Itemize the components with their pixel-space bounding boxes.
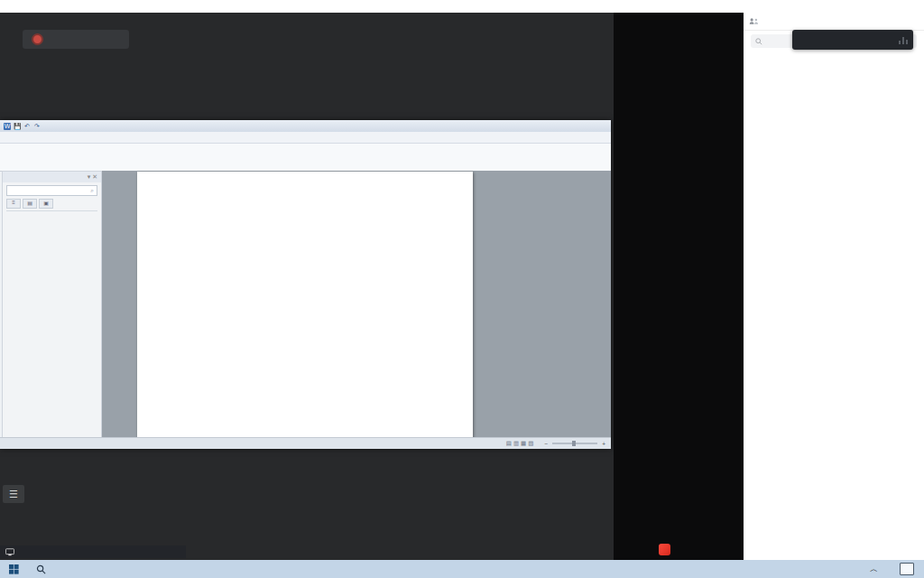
tray-expand-icon[interactable]: ︿ — [870, 564, 878, 575]
people-icon — [749, 17, 759, 25]
word-status-bar: ▤▥▦▧ − + — [0, 437, 611, 449]
zoom-out-button[interactable]: − — [544, 441, 548, 447]
members-panel-footer — [744, 533, 924, 564]
word-ribbon — [0, 144, 611, 172]
recording-dot-icon — [32, 33, 43, 45]
save-icon[interactable]: 💾 — [14, 123, 21, 130]
member-list — [744, 50, 924, 533]
meeting-window-titlebar — [0, 0, 924, 14]
members-panel — [744, 13, 924, 564]
undo-icon[interactable]: ↶ — [23, 123, 31, 130]
nav-pane-close-icon[interactable]: ▾ ✕ — [88, 173, 97, 181]
sidebar-toggle-button[interactable]: ☰ — [3, 485, 24, 503]
word-document-area — [102, 171, 611, 439]
word-ribbon-tabs — [0, 132, 611, 144]
ime-toolbar[interactable] — [655, 543, 679, 556]
screen-share-indicator — [0, 545, 186, 558]
redo-icon[interactable]: ↷ — [33, 123, 41, 130]
recording-badge — [23, 30, 129, 49]
taskbar-search-button[interactable] — [27, 560, 54, 578]
monitor-icon — [5, 548, 14, 556]
close-button[interactable] — [908, 0, 924, 13]
word-quick-access-toolbar[interactable]: W 💾 ↶ ↷ — [0, 123, 41, 130]
search-icon[interactable]: ⌕ — [90, 187, 94, 194]
zoom-slider[interactable] — [552, 443, 597, 444]
search-icon — [755, 38, 762, 45]
word-window: W 💾 ↶ ↷ ▾ ✕ ⌕ ≡ ▤ ▣ — [0, 120, 611, 449]
members-panel-header — [744, 13, 924, 31]
system-tray: ︿ — [870, 560, 924, 578]
word-navigation-pane: ▾ ✕ ⌕ ≡ ▤ ▣ — [2, 171, 102, 439]
minimize-button[interactable] — [875, 0, 892, 13]
nav-tab-results[interactable]: ▣ — [39, 199, 53, 209]
action-center-icon[interactable] — [900, 563, 914, 575]
taskbar: ︿ — [0, 560, 924, 578]
word-logo-icon: W — [4, 123, 11, 130]
start-button[interactable] — [0, 560, 27, 578]
word-titlebar[interactable]: W 💾 ↶ ↷ — [0, 120, 611, 132]
document-page[interactable] — [137, 172, 473, 439]
speaking-toast — [792, 30, 913, 50]
sogou-ime-icon[interactable] — [659, 544, 670, 555]
nav-tab-pages[interactable]: ▤ — [23, 199, 37, 209]
zoom-in-button[interactable]: + — [602, 441, 605, 447]
view-buttons[interactable]: ▤▥▦▧ — [506, 440, 536, 447]
video-thumbnails-column — [614, 13, 744, 564]
nav-tab-headings[interactable]: ≡ — [6, 199, 21, 209]
maximize-button[interactable] — [892, 0, 908, 13]
nav-search-input[interactable]: ⌕ — [6, 185, 97, 196]
audio-wave-icon — [899, 35, 908, 44]
